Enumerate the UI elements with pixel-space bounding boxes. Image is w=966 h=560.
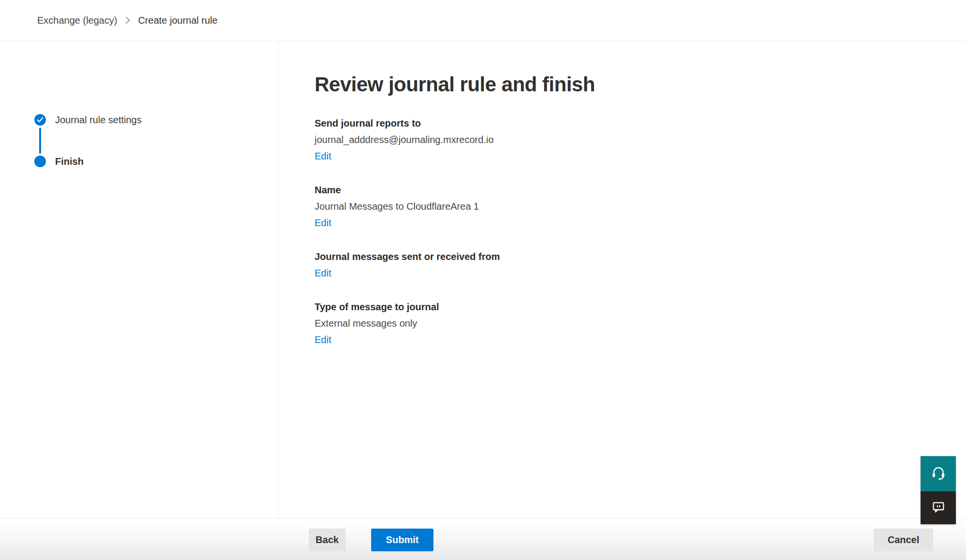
- section-label: Journal messages sent or received from: [315, 248, 908, 265]
- wizard-steps: Journal rule settings Finish: [34, 114, 142, 167]
- wizard-step-journal-rule-settings[interactable]: Journal rule settings: [34, 114, 142, 126]
- breadcrumb-link-exchange-legacy[interactable]: Exchange (legacy): [37, 15, 117, 26]
- support-button[interactable]: [921, 456, 956, 491]
- review-content: Review journal rule and finish Send jour…: [315, 72, 908, 365]
- section-value: journal_adddress@journaling.mxrecord.io: [315, 131, 908, 148]
- section-label: Type of message to journal: [315, 299, 908, 315]
- wizard-step-label: Finish: [55, 156, 84, 167]
- exchange-admin-create-journal-rule-page: Exchange (legacy) Create journal rule Jo…: [0, 0, 966, 560]
- breadcrumb-bar: Exchange (legacy) Create journal rule: [0, 0, 966, 41]
- step-completed-check-icon: [34, 114, 46, 126]
- step-connector-line: [39, 128, 41, 154]
- review-section-message-type: Type of message to journal External mess…: [315, 299, 908, 348]
- edit-send-journal-reports-link[interactable]: Edit: [315, 148, 331, 164]
- back-button[interactable]: Back: [309, 529, 346, 551]
- submit-button[interactable]: Submit: [371, 529, 433, 551]
- edit-journal-messages-scope-link[interactable]: Edit: [315, 265, 331, 281]
- wizard-step-label: Journal rule settings: [55, 114, 142, 126]
- page-title: Review journal rule and finish: [315, 72, 908, 98]
- section-label: Send journal reports to: [315, 115, 908, 131]
- wizard-step-finish[interactable]: Finish: [34, 156, 142, 167]
- breadcrumb-current-page: Create journal rule: [138, 15, 218, 26]
- wizard-steps-panel: Journal rule settings Finish: [0, 42, 278, 518]
- floating-helper-buttons: [921, 456, 956, 524]
- footer-action-bar: Back Submit Cancel: [0, 518, 966, 560]
- feedback-button[interactable]: [921, 491, 956, 524]
- chat-icon: [931, 499, 946, 517]
- edit-name-link[interactable]: Edit: [315, 215, 331, 231]
- edit-message-type-link[interactable]: Edit: [315, 331, 331, 348]
- headset-icon: [930, 465, 947, 483]
- review-section-journal-messages-scope: Journal messages sent or received from E…: [315, 248, 908, 281]
- review-section-send-journal-reports: Send journal reports to journal_adddress…: [315, 115, 908, 164]
- section-value: External messages only: [315, 315, 908, 331]
- chevron-right-icon: [125, 16, 130, 24]
- step-current-dot-icon: [34, 156, 46, 167]
- section-value: Journal Messages to CloudflareArea 1: [315, 198, 908, 215]
- cancel-button[interactable]: Cancel: [874, 529, 933, 551]
- review-section-name: Name Journal Messages to CloudflareArea …: [315, 182, 908, 231]
- breadcrumb: Exchange (legacy) Create journal rule: [37, 15, 217, 26]
- section-label: Name: [315, 182, 908, 198]
